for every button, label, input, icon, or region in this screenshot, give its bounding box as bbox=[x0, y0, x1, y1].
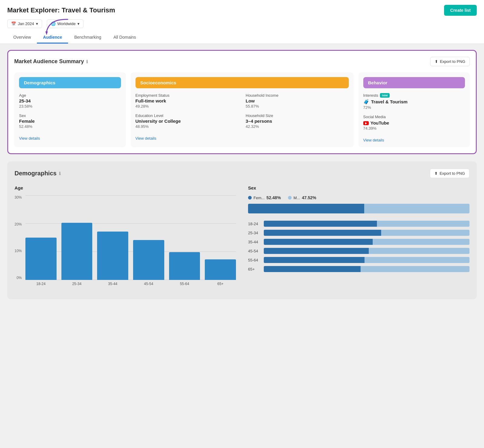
sex-stat: Sex Female 52.48% bbox=[19, 113, 121, 129]
tab-all-domains[interactable]: All Domains bbox=[107, 32, 142, 44]
tab-audience[interactable]: Audience bbox=[37, 32, 68, 44]
education-pct: 48.95% bbox=[136, 124, 239, 129]
female-pct: 52.48% bbox=[267, 195, 281, 200]
header: Market Explorer: Travel & Tourism Create… bbox=[0, 0, 484, 44]
age-bar-male-45-54 bbox=[369, 248, 469, 254]
age-bar-container-45-54 bbox=[264, 248, 469, 254]
age-bar-male-18-24 bbox=[377, 221, 469, 227]
tab-overview[interactable]: Overview bbox=[7, 32, 37, 44]
main-content: Market Audience Summary ℹ ⬆ Export to PN… bbox=[0, 44, 484, 305]
behavior-summary: Behavior Interests new 🧳 Travel & Touris… bbox=[358, 72, 470, 147]
export-icon: ⬆ bbox=[435, 59, 438, 64]
age-sex-row-55-64: 55-64 bbox=[248, 257, 469, 263]
age-sex-row-45-54: 45-54 bbox=[248, 248, 469, 254]
summary-grid: Demographics Age 25-34 23.58% Sex Female… bbox=[14, 72, 470, 147]
demographics-view-details[interactable]: View details bbox=[19, 136, 40, 141]
demographics-section: Demographics ℹ ⬆ Export to PNG Age 30% 2… bbox=[7, 161, 477, 299]
age-sex-label-25-34: 25-34 bbox=[248, 231, 260, 235]
grid-lines bbox=[25, 195, 236, 280]
age-label: Age bbox=[19, 93, 121, 98]
create-list-button[interactable]: Create list bbox=[444, 5, 477, 16]
filter-row: 📅 Jan 2024 ▾ 🌐 Worldwide ▾ bbox=[7, 19, 477, 28]
age-sex-label-35-44: 35-44 bbox=[248, 240, 260, 244]
education-value: University or College bbox=[136, 118, 239, 124]
age-stat: Age 25-34 23.58% bbox=[19, 93, 121, 109]
export-demo-label: Export to PNG bbox=[440, 171, 465, 176]
male-pct: 47.52% bbox=[302, 195, 316, 200]
sex-chart-title: Sex bbox=[248, 185, 469, 190]
household-label: Household Size bbox=[246, 113, 349, 118]
socioeconomics-view-details[interactable]: View details bbox=[136, 136, 156, 141]
behavior-view-details[interactable]: View details bbox=[363, 138, 384, 142]
export-label: Export to PNG bbox=[440, 59, 465, 64]
summary-card: Market Audience Summary ℹ ⬆ Export to PN… bbox=[7, 50, 477, 154]
bar-35-44 bbox=[97, 232, 128, 280]
income-label: Household Income bbox=[246, 93, 349, 98]
employment-pct: 49.28% bbox=[136, 104, 239, 109]
age-bar-container-65+ bbox=[264, 266, 469, 272]
export-png-button-summary[interactable]: ⬆ Export to PNG bbox=[430, 57, 470, 66]
bar-labels: 18-2425-3435-4445-5455-6465+ bbox=[25, 282, 236, 286]
behavior-header: Behavior bbox=[363, 77, 465, 88]
demographics-section-title: Demographics ℹ bbox=[15, 170, 60, 177]
interests-pct: 72% bbox=[363, 105, 465, 110]
social-media-label: Social Media bbox=[363, 115, 465, 119]
summary-title-text: Market Audience Summary bbox=[14, 58, 84, 65]
education-label: Education Level bbox=[136, 113, 239, 118]
region-label: Worldwide bbox=[57, 21, 76, 26]
bar-x-label-55-64: 55-64 bbox=[169, 282, 200, 286]
age-bar-male-65+ bbox=[361, 266, 469, 272]
age-bar-female-18-24 bbox=[264, 221, 377, 227]
date-filter[interactable]: 📅 Jan 2024 ▾ bbox=[7, 19, 42, 28]
bar-18-24 bbox=[25, 238, 57, 280]
bar-45-54 bbox=[133, 240, 164, 280]
age-sex-row-35-44: 35-44 bbox=[248, 239, 469, 245]
sex-value: Female bbox=[19, 118, 121, 124]
y-axis: 30% 20% 10% 0% bbox=[15, 195, 22, 280]
social-media-stat: Social Media YouTube 74.39% bbox=[363, 115, 465, 131]
age-bar-container-18-24 bbox=[264, 221, 469, 227]
demographics-title-text: Demographics bbox=[15, 170, 57, 177]
socio-grid: Employment Status Full-time work 49.28% … bbox=[136, 93, 349, 134]
grid-line-20 bbox=[25, 223, 236, 224]
social-pct: 74.39% bbox=[363, 126, 465, 131]
age-bar-male-55-64 bbox=[365, 257, 469, 263]
age-chart-container: 30% 20% 10% 0% bbox=[15, 195, 236, 292]
bar-25-34 bbox=[61, 223, 93, 280]
export-icon-demo: ⬆ bbox=[434, 171, 438, 176]
demographics-title-row: Demographics ℹ ⬆ Export to PNG bbox=[15, 169, 469, 178]
globe-icon: 🌐 bbox=[51, 21, 56, 26]
male-label: M... bbox=[293, 196, 300, 200]
sex-bar-male bbox=[364, 204, 469, 213]
social-value: YouTube bbox=[371, 120, 389, 125]
y-label-20: 20% bbox=[15, 222, 22, 226]
tab-benchmarking[interactable]: Benchmarking bbox=[68, 32, 107, 44]
charts-row: Age 30% 20% 10% 0% bbox=[15, 185, 469, 292]
bar-55-64 bbox=[169, 252, 200, 280]
region-filter[interactable]: 🌐 Worldwide ▾ bbox=[47, 19, 83, 28]
age-bar-container-35-44 bbox=[264, 239, 469, 245]
income-stat: Household Income Low 55.87% Household Si… bbox=[246, 93, 349, 134]
age-chart: Age 30% 20% 10% 0% bbox=[15, 185, 236, 292]
page-title: Market Explorer: Travel & Tourism bbox=[7, 6, 115, 14]
export-png-button-demographics[interactable]: ⬆ Export to PNG bbox=[430, 169, 469, 178]
age-bar-male-35-44 bbox=[373, 239, 469, 245]
interests-value: Travel & Tourism bbox=[371, 99, 408, 104]
age-value: 25-34 bbox=[19, 98, 121, 103]
age-sex-row-25-34: 25-34 bbox=[248, 230, 469, 236]
demographics-info-icon[interactable]: ℹ bbox=[59, 171, 60, 176]
bar-65+ bbox=[205, 259, 236, 280]
grid-line-10 bbox=[25, 252, 236, 252]
calendar-icon: 📅 bbox=[11, 21, 16, 26]
employment-label: Employment Status bbox=[136, 93, 239, 98]
bar-x-label-45-54: 45-54 bbox=[133, 282, 164, 286]
new-badge: new bbox=[380, 93, 389, 98]
age-sex-rows: 18-2425-3435-4445-5455-6465+ bbox=[248, 221, 469, 272]
info-icon[interactable]: ℹ bbox=[86, 59, 88, 64]
household-value: 3–4 persons bbox=[246, 118, 349, 124]
age-sex-row-65+: 65+ bbox=[248, 266, 469, 272]
interests-label: Interests bbox=[363, 93, 378, 98]
youtube-icon bbox=[363, 121, 369, 125]
income-value: Low bbox=[246, 98, 349, 103]
household-pct: 42.32% bbox=[246, 124, 349, 129]
